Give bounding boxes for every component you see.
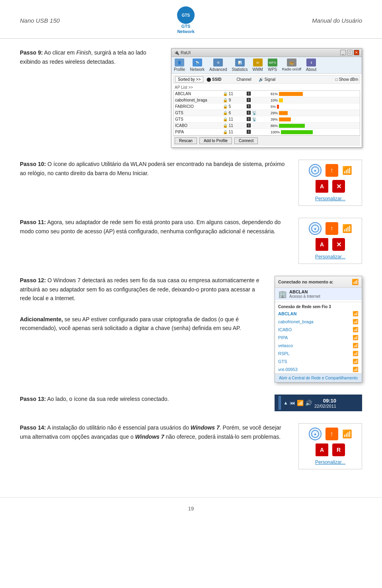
step12-text: Passo 12: O Windows 7 detectará as redes… (20, 276, 267, 336)
ralink-maximize-btn[interactable]: □ (347, 50, 353, 55)
step13-content: Ao lado, o ícone da sua rede wireless co… (47, 396, 169, 402)
tray-upload-icon-11: ↑ (325, 222, 338, 235)
taskbar-signal-icon: 📶 (297, 400, 304, 406)
step10-row: Passo 10: O ícone do aplicativo Utilitár… (20, 160, 362, 206)
step13-label: Passo 13: (20, 396, 46, 402)
list-item[interactable]: PIPA 📶 (275, 334, 362, 342)
step13-row: Passo 13: Ao lado, o ícone da sua rede w… (20, 395, 362, 411)
ralink-tab-profile[interactable]: 👤 Profile (174, 59, 185, 72)
tray-upload-icon-14: ↑ (325, 428, 338, 440)
list-item[interactable]: cabofrionet_braga 📶 (275, 318, 362, 326)
ralink-channel-col: Channel (236, 77, 251, 82)
ralink-controls: _ □ ✕ (340, 50, 359, 55)
step11-label: Passo 11: (20, 219, 46, 225)
ralink-title: 🔌 RaUI (174, 50, 191, 55)
ralink-rescan-btn[interactable]: Rescan (175, 137, 197, 144)
win7-signal-pipa: 📶 (353, 335, 359, 340)
win7-signal-gts: 📶 (353, 359, 359, 364)
tray-redx-icon-11: ✕ (332, 238, 345, 251)
ap-ssid: GTS (175, 111, 223, 115)
win7-divider-1 (275, 302, 362, 302)
ralink-tab-about[interactable]: ℹ About (306, 59, 316, 72)
svg-text:●: ● (314, 227, 316, 231)
win7-network-pipa: PIPA (278, 335, 288, 340)
win7-signal-vnt: 📶 (353, 367, 359, 372)
ralink-ap-list-label: AP List >> (173, 84, 360, 90)
ap-icons: 🅱 (247, 123, 271, 128)
table-row: FABRICIO 🔒 5 🅱 5% (173, 104, 360, 110)
step9-section: Passo 9: Ao clicar em Finish, surgirá a … (20, 48, 362, 148)
ralink-minimize-btn[interactable]: _ (340, 50, 346, 55)
step14-text: Passo 14: A instalação do utilitário não… (20, 423, 290, 444)
taskbar-time-area: 09:10 22/02/2011 (314, 398, 336, 408)
ralink-sort-row: Sorted by >> ⬤ SSID Channel 🔊 Signal □ S… (173, 75, 360, 84)
ap-icons: 🅱 (247, 104, 271, 109)
ap-icons: 🅱 (247, 98, 271, 102)
ap-channel: 🔒 11 (223, 92, 247, 96)
tray-r-icon-14: R (332, 443, 345, 456)
win7-network-icabo: ICABO (278, 327, 292, 332)
ralink-tab-wmm[interactable]: W WMM (253, 59, 263, 72)
ralink-sorted-by-btn[interactable]: Sorted by >> (175, 76, 203, 82)
tray-icons-image-step11: ● ↑ 📶 A ✕ Personalizar... (298, 218, 362, 264)
list-item[interactable]: GTS 📶 (275, 357, 362, 365)
win7-conn-label: Conexão de Rede sem Fio 3 (275, 304, 362, 310)
header-title-right: Manual do Usuário (312, 17, 362, 24)
taskbar-icons: ▲ ⏮ 📶 🔊 (283, 400, 312, 406)
list-item[interactable]: RSPL 📶 (275, 350, 362, 357)
ralink-tab-network[interactable]: 📡 Network (190, 59, 205, 72)
tray-bottom-row-11: A ✕ (316, 238, 345, 251)
tray-personalize-link[interactable]: Personalizar... (315, 196, 345, 201)
taskbar-time: 09:10 (314, 398, 336, 404)
ralink-tab-advanced[interactable]: ⚙ Advanced (209, 59, 227, 72)
ap-icons: 🅱 📡 (247, 111, 271, 115)
table-row: ICABO 🔒 11 🅱 86% (173, 123, 360, 129)
ap-channel: 🔒 9 (223, 98, 247, 102)
page-number: 19 (188, 506, 194, 512)
taskbar-show-desktop[interactable] (279, 396, 281, 410)
win7-network-velasco: velasco (278, 343, 293, 348)
list-item[interactable]: ABCLAN 📶 (275, 310, 362, 318)
page-content: Passo 9: Ao clicar em Finish, surgirá a … (0, 39, 382, 493)
tray-icons-image-step14: ● ↑ 📶 A R Personalizar... (298, 423, 362, 469)
win7-bottom-link[interactable]: Abrir a Central de Rede e Compartilhamen… (275, 373, 362, 382)
step9-text: Passo 9: Ao clicar em Finish, surgirá a … (20, 48, 163, 69)
step12-row: Passo 12: O Windows 7 detectará as redes… (20, 276, 362, 383)
win7-signal-velasco: 📶 (353, 343, 359, 348)
tray-top-row-11: ● ↑ 📶 (309, 222, 352, 235)
ralink-content: Sorted by >> ⬤ SSID Channel 🔊 Signal □ S… (172, 74, 362, 147)
table-row: cabofrionet_braga 🔒 9 🅱 10% (173, 97, 360, 104)
taskbar-date: 22/02/2011 (314, 404, 336, 408)
tray-upload-icon: ↑ (325, 164, 338, 177)
ap-ssid: PIPA (175, 130, 223, 134)
win7-popup-header: Conectado no momento a: 📶 (275, 276, 362, 288)
ralink-close-btn[interactable]: ✕ (354, 50, 359, 55)
ralink-tab-radio[interactable]: 📻 Radio on/off (282, 59, 301, 72)
ralink-tab-statistics[interactable]: 📊 Statistics (232, 59, 248, 72)
win7-building-icon: 🏢 (278, 290, 287, 299)
win7-signal-abclan: 📶 (353, 311, 359, 316)
ralink-connect-btn[interactable]: Connect (234, 137, 258, 144)
win7-signal-cabofrio: 📶 (353, 319, 359, 324)
step9-row: Passo 9: Ao clicar em Finish, surgirá a … (20, 48, 362, 148)
ralink-add-profile-btn[interactable]: Add to Profile (199, 137, 232, 144)
list-item[interactable]: vnt-00953 📶 (275, 365, 362, 373)
tray-personalize-link-14[interactable]: Personalizar... (315, 459, 345, 465)
step14-section: Passo 14: A instalação do utilitário não… (20, 423, 362, 469)
ralink-tab-wps[interactable]: WPS WPS (268, 59, 277, 72)
table-row: GTS 🔒 6 🅱 📡 29% (173, 110, 360, 116)
svg-text:●: ● (314, 432, 316, 436)
ap-ssid: cabofrionet_braga (175, 98, 223, 102)
list-item[interactable]: velasco 📶 (275, 342, 362, 350)
tray-personalize-link-11[interactable]: Personalizar... (315, 254, 345, 260)
ralink-bottom-buttons: Rescan Add to Profile Connect (173, 136, 360, 146)
ap-signal: 81% (271, 92, 318, 96)
ralink-toolbar: 👤 Profile 📡 Network ⚙ Advanced 📊 Statist… (172, 57, 362, 74)
page-footer: 19 (0, 497, 382, 520)
ralink-ap-list: ABCLAN 🔒 11 🅱 81% cabofrionet_braga 🔒 9 … (173, 90, 360, 136)
ap-ssid: ICABO (175, 123, 223, 128)
step10-text: Passo 10: O ícone do aplicativo Utilitár… (20, 160, 290, 181)
win7-connected-network: 🏢 ABCLAN Acesso à Internet (275, 288, 362, 300)
ap-signal: 100% (271, 130, 318, 134)
list-item[interactable]: ICABO 📶 (275, 326, 362, 334)
